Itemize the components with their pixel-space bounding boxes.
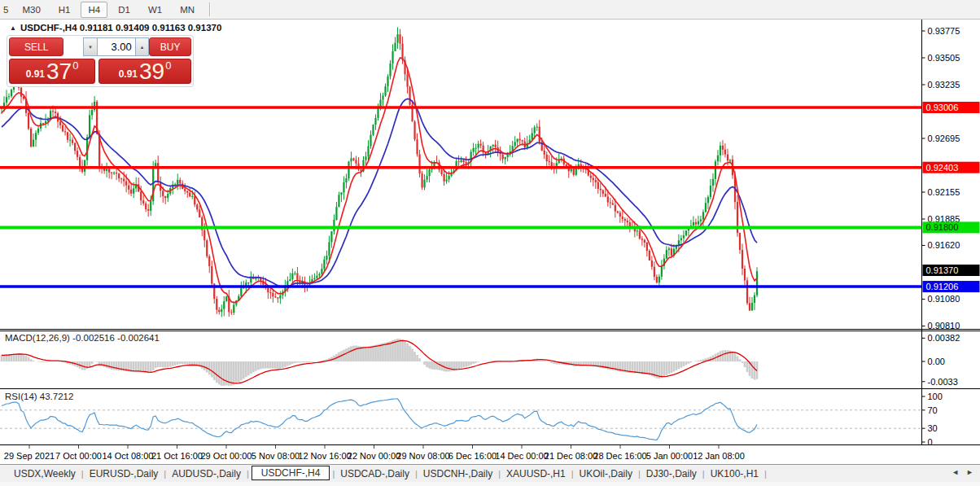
svg-text:0.92403: 0.92403 [926, 163, 959, 173]
price-tick-0.90810: 0.90810 [928, 321, 960, 331]
price-badge-0.92403: 0.92403 [923, 162, 980, 173]
time-label-11: 21 Dec 08:00 [545, 451, 597, 461]
sell-price-prefix: 0.91 [26, 68, 45, 80]
macd-tick-0.00382: 0.00382 [928, 333, 960, 343]
sell-price-big-digits: 37 [46, 60, 72, 82]
price-badge-0.91800: 0.91800 [923, 221, 980, 233]
tab-scroll-left-icon[interactable]: ◄ [952, 468, 959, 476]
chart-tab-ukoil-daily[interactable]: UKOil-,Daily [574, 467, 638, 480]
volume-increase-button[interactable]: ▴ [136, 37, 149, 56]
one-click-trading-panel: SELL ▾ ▴ BUY 0.91370 0.91390 [7, 35, 194, 87]
time-label-13: 5 Jan 00:00 [646, 451, 693, 461]
time-label-9: 6 Dec 16:00 [448, 451, 497, 461]
sell-price-display[interactable]: 0.91370 [9, 59, 95, 84]
chart-tab-audusd-daily[interactable]: AUDUSD-,Daily [166, 467, 247, 480]
tab-scroll-right-icon[interactable]: ► [966, 468, 973, 476]
rsi-indicator-label: RSI(14) 43.7212 [5, 392, 73, 401]
chart-tab-dj30-daily[interactable]: DJ30-,Daily [641, 467, 702, 480]
svg-text:0.93006: 0.93006 [926, 103, 959, 112]
rsi-tick-70: 70 [928, 405, 938, 415]
price-badge-0.91370: 0.91370 [923, 265, 980, 276]
price-tick-0.93505: 0.93505 [928, 53, 960, 63]
time-label-7: 22 Nov 00:00 [348, 451, 400, 461]
timeframe-button-M30[interactable]: M30 [15, 2, 47, 18]
timeframe-button-H1[interactable]: H1 [51, 2, 78, 18]
price-tick-0.93235: 0.93235 [928, 80, 960, 90]
time-label-5: 5 Nov 08:00 [252, 451, 300, 461]
time-label-3: 21 Oct 16:00 [151, 451, 203, 461]
rsi-tick-100: 100 [928, 392, 943, 401]
trade-panel-prices: 0.91370 0.91390 [9, 59, 191, 84]
ohlc-collapse-arrow[interactable]: ▲ [10, 24, 16, 32]
price-tick-0.91620: 0.91620 [928, 240, 960, 250]
time-label-0: 29 Sep 2021 [4, 451, 55, 461]
chart-tab-uk100-h1[interactable]: UK100-,H1 [705, 467, 764, 480]
status-strip [0, 482, 980, 486]
time-label-10: 14 Dec 00:00 [495, 451, 548, 461]
chart-title: ▲USDCHF-,H4 0.91181 0.91409 0.91163 0.91… [10, 23, 221, 33]
spin-down-icon: ▾ [89, 44, 92, 50]
tab-separator: | [247, 469, 249, 479]
timeframe-button-H4[interactable]: H4 [81, 2, 107, 18]
macd-tick--0.0033: -0.0033 [928, 377, 958, 387]
svg-text:0.91206: 0.91206 [926, 282, 959, 291]
time-label-1: 7 Oct 00:00 [55, 451, 102, 461]
tab-separator: | [764, 469, 767, 479]
chart-tab-usdchf-h4[interactable]: USDCHF-,H4 [252, 466, 330, 480]
rsi-tick-0: 0 [928, 437, 933, 447]
volume-input[interactable] [97, 37, 136, 56]
chart-tab-bar: USDX,Weekly|EURUSD-,Daily|AUDUSD-,Daily|… [0, 464, 980, 482]
macd-tick-0.00: 0.00 [928, 357, 945, 366]
toolbar-separator [209, 2, 211, 16]
tab-scroll-arrows: ◄► [944, 468, 973, 476]
spin-up-icon: ▴ [141, 44, 144, 50]
time-label-8: 29 Nov 08:00 [396, 451, 449, 461]
macd-indicator-label: MACD(12,26,9) -0.002516 -0.002641 [5, 333, 160, 343]
chart-title-text: USDCHF-,H4 0.91181 0.91409 0.91163 0.913… [20, 23, 221, 33]
rsi-tick-30: 30 [928, 423, 938, 433]
buy-price-pipette: 0 [165, 59, 171, 72]
time-label-14: 12 Jan 08:00 [693, 451, 745, 461]
price-tick-0.92155: 0.92155 [928, 187, 960, 197]
svg-text:0.91370: 0.91370 [926, 265, 959, 275]
buy-price-display[interactable]: 0.91390 [98, 59, 191, 84]
chart-tab-eurusd-daily[interactable]: EURUSD-,Daily [84, 467, 164, 480]
sell-price-pipette: 0 [72, 59, 78, 72]
timeframe-toolbar: 5M30H1H4D1W1MN [0, 0, 980, 20]
buy-price-big-digits: 39 [139, 60, 164, 82]
time-label-2: 14 Oct 08:00 [103, 451, 154, 461]
buy-button[interactable]: BUY [149, 37, 191, 56]
sell-button[interactable]: SELL [9, 37, 63, 56]
timeframe-button-W1[interactable]: W1 [141, 2, 169, 18]
time-label-4: 29 Oct 00:00 [201, 451, 252, 461]
timeframe-button-MN[interactable]: MN [173, 2, 202, 18]
price-badge-0.93006: 0.93006 [923, 102, 980, 113]
svg-text:0.91800: 0.91800 [926, 222, 959, 232]
trading-terminal-window: 0.937750.935050.932350.926950.921550.918… [0, 0, 980, 486]
buy-price-prefix: 0.91 [119, 68, 138, 80]
chart-tab-usdcnh-daily[interactable]: USDCNH-,Daily [418, 467, 498, 480]
price-tick-0.92695: 0.92695 [928, 134, 960, 143]
price-badge-0.91206: 0.91206 [923, 281, 980, 292]
volume-decrease-button[interactable]: ▾ [83, 37, 96, 56]
timeframe-button-5[interactable]: 5 [0, 2, 11, 18]
chart-tab-usdx-weekly[interactable]: USDX,Weekly [8, 467, 81, 480]
chart-tab-xauusd-h1[interactable]: XAUUSD-,H1 [501, 467, 571, 480]
time-label-12: 28 Dec 16:00 [593, 451, 646, 461]
price-tick-0.91080: 0.91080 [928, 294, 960, 304]
time-label-6: 12 Nov 16:00 [298, 451, 351, 461]
timeframe-button-D1[interactable]: D1 [111, 2, 138, 18]
chart-tab-usdcad-daily[interactable]: USDCAD-,Daily [335, 467, 415, 480]
trade-panel-controls: SELL ▾ ▴ BUY [9, 37, 191, 56]
price-tick-0.93775: 0.93775 [928, 26, 960, 36]
panel-frames [0, 19, 980, 486]
